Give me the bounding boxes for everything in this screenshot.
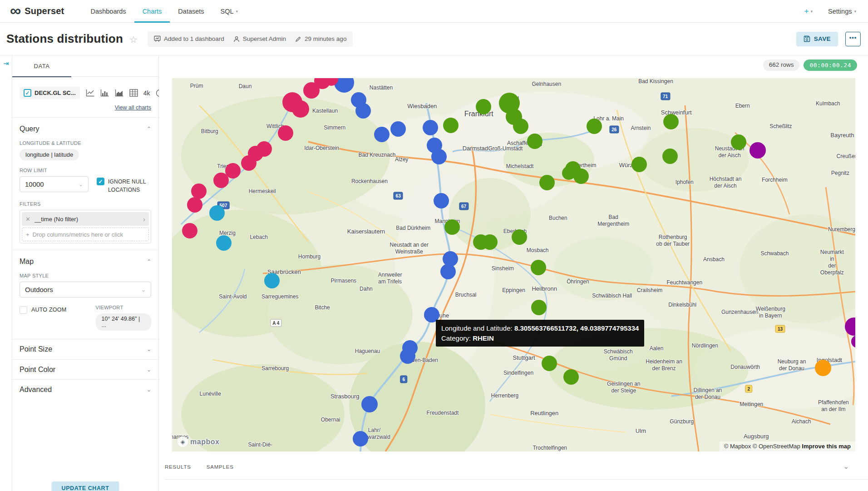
map-point-pink[interactable] <box>278 125 293 141</box>
filter-drop-placeholder: Drop columns/metrics here or click <box>33 231 123 238</box>
auto-zoom-checkbox[interactable]: ✓ <box>20 306 27 314</box>
row-limit-select[interactable]: 10000 ⌄ <box>20 176 89 192</box>
filter-chip-time[interactable]: ✕ __time (No filter) › <box>22 212 149 226</box>
map-point-green[interactable] <box>563 369 579 385</box>
map-point-blue[interactable] <box>431 149 447 164</box>
map-point-blue[interactable] <box>400 348 415 364</box>
map-point-blue[interactable] <box>355 103 371 119</box>
map-point-blue[interactable] <box>440 264 456 279</box>
nav-item-datasets[interactable]: Datasets <box>170 0 212 22</box>
map-point-orange[interactable] <box>815 360 831 376</box>
map-point-purple[interactable] <box>750 142 766 159</box>
filter-drop-zone[interactable]: + Drop columns/metrics here or click <box>22 228 149 241</box>
map-point-blue[interactable] <box>361 396 378 412</box>
mapbox-logo[interactable]: ◈ mapbox <box>178 436 219 447</box>
ignore-null-checkbox[interactable]: ✓ <box>97 178 104 185</box>
line-chart-icon[interactable] <box>86 89 95 97</box>
map-point-pink[interactable] <box>241 155 256 171</box>
map-point-green[interactable] <box>631 157 647 172</box>
map-style-select[interactable]: Outdoors ⌄ <box>20 282 151 298</box>
expand-panel-icon[interactable]: ⇥ <box>0 60 12 68</box>
nav-item-sql[interactable]: SQL▾ <box>212 0 247 22</box>
map-point-blue[interactable] <box>353 431 368 446</box>
improve-map-link[interactable]: Improve this map <box>802 443 851 450</box>
map-point-green[interactable] <box>513 119 528 134</box>
save-button[interactable]: SAVE <box>796 32 838 46</box>
bar-chart-icon[interactable] <box>100 89 109 97</box>
map-point-blue[interactable] <box>390 121 406 137</box>
map-point-pink[interactable] <box>213 173 229 188</box>
viz-more-count[interactable]: 4k <box>143 89 150 97</box>
map-city-label: Annweiler am Trifels <box>378 272 402 285</box>
map-point-green[interactable] <box>476 99 491 114</box>
update-chart-button[interactable]: UPDATE CHART <box>52 481 119 491</box>
mapbox-attribution-link[interactable]: © Mapbox <box>724 443 751 450</box>
view-all-charts-link[interactable]: View all charts <box>20 104 151 111</box>
map-point-cyan[interactable] <box>216 235 232 251</box>
map-point-green[interactable] <box>531 260 546 275</box>
chevron-down-icon[interactable]: ⌄ <box>843 462 849 471</box>
map-point-green[interactable] <box>482 234 498 250</box>
owner-badge-label: Superset Admin <box>243 35 286 42</box>
chevron-up-icon: ⌃ <box>147 258 151 265</box>
map-point-green[interactable] <box>662 149 678 164</box>
map-point-blue[interactable] <box>434 193 449 208</box>
chevron-down-icon: ▾ <box>854 9 856 14</box>
map-point-green[interactable] <box>444 219 460 235</box>
map-point-green[interactable] <box>573 169 589 184</box>
map-point-green[interactable] <box>527 134 542 149</box>
map-city-label: Schwabach <box>760 250 789 257</box>
deckgl-map[interactable]: PrümDaunNastättenGelnhausenBad Kissingen… <box>172 78 855 451</box>
map-point-green[interactable] <box>542 356 557 371</box>
map-point-green[interactable] <box>512 229 527 245</box>
map-point-green[interactable] <box>731 134 746 150</box>
map-city-label: Alzey <box>395 156 408 163</box>
viz-type-chip[interactable]: ✓ DECK.GL SC... <box>20 87 80 99</box>
map-city-label: Nördlingen <box>692 342 718 349</box>
tab-data[interactable]: DATA <box>12 55 71 77</box>
remove-filter-icon[interactable]: ✕ <box>25 216 30 223</box>
map-city-label: Sarreguemines <box>261 293 298 300</box>
dashboard-count-badge[interactable]: Added to 1 dashboard <box>154 35 224 42</box>
query-section-title: Query <box>20 125 39 133</box>
favorite-star-icon[interactable]: ☆ <box>129 34 138 45</box>
superset-brand[interactable]: ∞ Superset <box>10 0 64 22</box>
map-point-green[interactable] <box>531 300 547 315</box>
map-point-pink[interactable] <box>292 100 309 118</box>
map-point-green[interactable] <box>663 114 679 129</box>
map-point-cyan[interactable] <box>209 205 225 221</box>
viewport-value-pill[interactable]: 10° 24' 49.86" | ... <box>96 313 151 331</box>
settings-menu[interactable]: Settings ▾ <box>828 8 856 15</box>
last-modified-badge[interactable]: 29 minutes ago <box>295 35 346 42</box>
nav-item-dashboards[interactable]: Dashboards <box>82 0 134 22</box>
more-options-button[interactable]: ••• <box>845 32 861 46</box>
lonlat-value-pill[interactable]: longitude | latitude <box>20 149 79 160</box>
nav-item-charts[interactable]: Charts <box>134 0 170 22</box>
road-shield: 71 <box>661 93 670 100</box>
query-section-header[interactable]: Query ⌃ <box>20 125 151 133</box>
map-point-green[interactable] <box>562 166 576 180</box>
map-point-blue[interactable] <box>374 127 390 142</box>
section-advanced[interactable]: Advanced⌄ <box>12 379 158 399</box>
map-point-blue[interactable] <box>423 120 438 135</box>
osm-attribution-link[interactable]: © OpenStreetMap <box>753 443 800 450</box>
map-point-pink[interactable] <box>187 197 202 213</box>
map-point-pink[interactable] <box>182 223 197 238</box>
results-tab-samples[interactable]: SAMPLES <box>207 464 234 470</box>
map-point-pink[interactable] <box>191 184 207 199</box>
results-tab-results[interactable]: RESULTS <box>165 464 191 470</box>
area-chart-icon[interactable] <box>115 89 124 97</box>
table-icon[interactable] <box>129 89 138 97</box>
dashboard-badge-label: Added to 1 dashboard <box>164 35 224 42</box>
map-point-green[interactable] <box>587 119 602 134</box>
map-city-label: Saint-Avold <box>219 293 247 300</box>
new-menu[interactable]: + ▾ <box>804 7 813 16</box>
section-point-color[interactable]: Point Color⌄ <box>12 359 158 379</box>
owner-badge[interactable]: Superset Admin <box>233 35 286 42</box>
map-section-header[interactable]: Map ⌃ <box>20 258 151 266</box>
map-point-green[interactable] <box>539 175 555 190</box>
map-point-cyan[interactable] <box>264 273 280 288</box>
section-point-size[interactable]: Point Size⌄ <box>12 339 158 359</box>
map-point-green[interactable] <box>443 118 459 133</box>
viz-selected-checkbox[interactable]: ✓ <box>24 89 31 97</box>
